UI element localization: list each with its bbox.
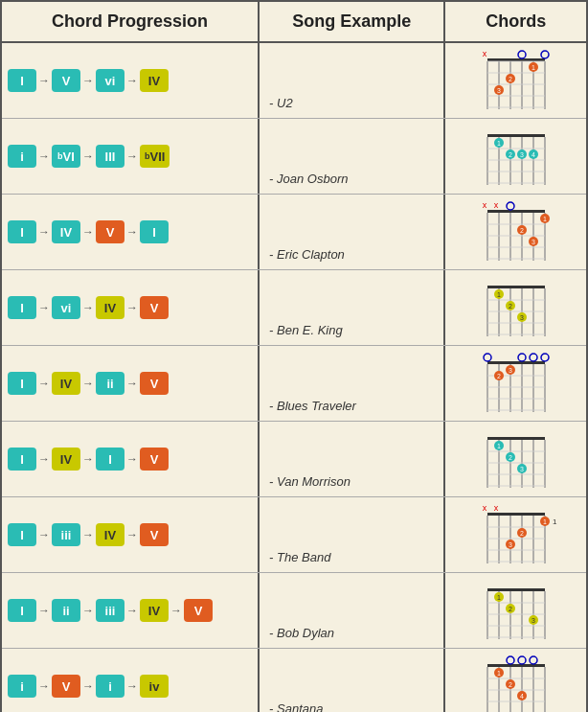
chord-pill: V (52, 69, 80, 92)
chord-diagram-cell: x 1 2 3 (445, 43, 586, 118)
svg-text:2: 2 (509, 76, 512, 82)
pill-row: I → vi → IV → V (8, 296, 169, 319)
chord-diagram: 1 2 3 (459, 274, 574, 341)
song-cell: - Van Morrison (260, 422, 445, 496)
svg-text:3: 3 (520, 466, 524, 472)
chord-diagram: x x 1 2 3 (459, 198, 574, 265)
progression-cell: I → IV → V → I (2, 195, 260, 269)
svg-rect-150 (487, 664, 545, 667)
svg-rect-21 (487, 134, 545, 137)
svg-text:1: 1 (543, 518, 547, 525)
song-cell: - Eric Clapton (260, 195, 445, 269)
header-chord-progression: Chord Progression (2, 2, 260, 41)
svg-text:3: 3 (497, 87, 501, 94)
chord-pill: I (8, 599, 36, 622)
song-cell: - Bob Dylan (260, 573, 445, 648)
chord-pill: IV (52, 372, 80, 395)
header-row: Chord Progression Song Example Chords (2, 2, 586, 43)
chord-diagram: x x 1 2 3 1 (459, 501, 574, 568)
svg-text:2: 2 (509, 606, 512, 612)
chord-diagram-cell: 1 2 3 (445, 270, 586, 345)
progression-cell: i → bVI → III → bVII (2, 119, 260, 194)
svg-rect-0 (487, 58, 545, 61)
svg-text:3: 3 (509, 367, 512, 374)
chord-pill: i (8, 675, 36, 698)
svg-text:4: 4 (520, 693, 524, 700)
chord-pill: V (140, 372, 169, 395)
chord-diagram-cell: 1 2 3 4 (445, 119, 586, 194)
svg-rect-96 (487, 437, 545, 440)
chord-pill: I (8, 523, 36, 546)
chord-pill: IV (140, 69, 169, 92)
song-cell: - Joan Osborn (260, 119, 445, 194)
chord-pill: V (184, 599, 213, 622)
chord-pill: V (140, 448, 169, 471)
chord-pill: I (8, 448, 36, 471)
header-song-example: Song Example (260, 2, 445, 41)
chord-pill: V (96, 220, 124, 243)
main-container: Chord Progression Song Example Chords I … (0, 0, 588, 712)
progression-cell: I → iii → IV → V (2, 497, 260, 572)
svg-text:x: x (482, 49, 486, 58)
svg-text:3: 3 (520, 151, 524, 158)
svg-point-161 (507, 656, 514, 664)
svg-text:1: 1 (497, 443, 501, 449)
chord-diagram: 2 3 (459, 350, 574, 417)
svg-text:3: 3 (520, 314, 524, 321)
progression-cell: I → ii → iii → IV → V (2, 573, 260, 648)
svg-text:1: 1 (531, 64, 535, 71)
song-cell: - Santana (260, 649, 445, 712)
svg-point-162 (518, 656, 526, 664)
pill-row: I → IV → V → I (8, 220, 169, 243)
progression-cell: i → V → i → iv (2, 649, 260, 712)
chord-pill: IV (96, 296, 124, 319)
chord-pill: vi (52, 296, 80, 319)
chord-pill: bVI (52, 145, 80, 168)
svg-text:3: 3 (509, 541, 512, 548)
table-row: I → iii → IV → V - The Band (2, 497, 586, 573)
chord-diagram-cell: x x 1 2 3 1 (445, 497, 586, 572)
svg-text:2: 2 (520, 227, 524, 234)
chord-pill: ii (52, 599, 80, 622)
chord-diagram-cell: 1 2 3 (445, 573, 586, 648)
song-cell: - The Band (260, 497, 445, 572)
chord-pill: vi (96, 69, 124, 92)
svg-text:2: 2 (509, 454, 512, 461)
svg-point-163 (530, 656, 537, 664)
chord-diagram-cell: x x 1 2 3 (445, 195, 586, 269)
chord-pill: IV (52, 220, 80, 243)
chord-pill: I (8, 296, 36, 319)
chord-diagram: 1 2 3 (459, 425, 574, 493)
svg-text:x: x (493, 503, 498, 513)
chord-pill: IV (96, 523, 124, 546)
svg-text:1: 1 (543, 216, 547, 222)
pill-row: i → V → i → iv (8, 675, 169, 698)
pill-row: I → IV → ii → V (8, 372, 169, 395)
svg-text:x: x (493, 200, 498, 210)
svg-text:2: 2 (509, 303, 512, 310)
svg-text:3: 3 (531, 239, 535, 245)
chord-diagram: 1 2 3 4 (459, 123, 574, 190)
pill-row: I → IV → I → V (8, 448, 169, 471)
song-cell: - Ben E. King (260, 270, 445, 345)
table-row: I → ii → iii → IV → V - Bob Dylan (2, 573, 586, 649)
svg-text:1: 1 (553, 517, 557, 526)
svg-text:2: 2 (520, 530, 524, 537)
svg-text:4: 4 (531, 151, 535, 158)
chord-pill: I (8, 372, 36, 395)
svg-text:x: x (482, 503, 486, 513)
chord-pill: IV (140, 599, 169, 622)
chord-pill: IV (52, 448, 80, 471)
pill-row: i → bVI → III → bVII (8, 145, 170, 168)
svg-point-53 (507, 202, 514, 210)
chord-pill: iii (52, 523, 80, 546)
svg-point-13 (518, 51, 526, 58)
table-row: I → IV → ii → V - Blues Traveler (2, 346, 586, 422)
progression-cell: I → IV → ii → V (2, 346, 260, 421)
chord-pill: iii (96, 599, 124, 622)
chord-pill: I (8, 220, 36, 243)
svg-rect-60 (487, 286, 545, 288)
chord-pill: i (8, 145, 36, 168)
svg-point-88 (484, 354, 491, 361)
chord-pill: iv (140, 675, 169, 698)
